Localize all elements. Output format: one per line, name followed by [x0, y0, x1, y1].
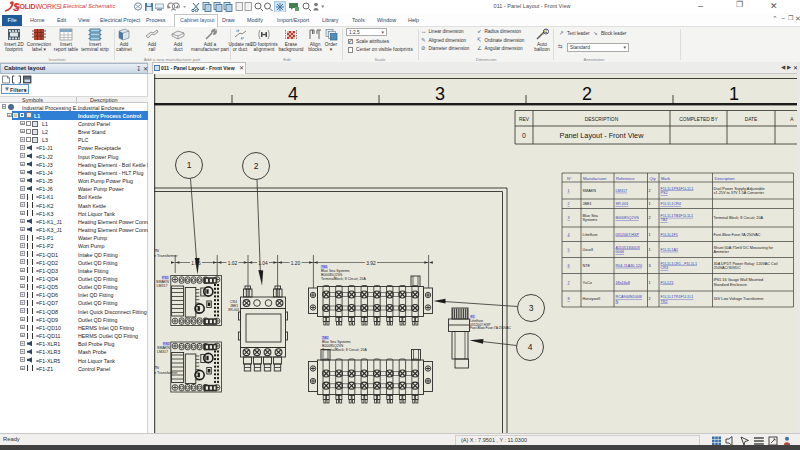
svg-text:LM317: LM317	[616, 189, 628, 193]
svg-text:250VAC/30VDC: 250VAC/30VDC	[714, 266, 741, 270]
svg-text:1: 1	[568, 189, 570, 193]
svg-text:4: 4	[568, 233, 570, 237]
svg-text:DESCRIPTION: DESCRIPTION	[585, 117, 619, 122]
svg-text:CR3: CR3	[661, 266, 669, 270]
svg-text:2: 2	[568, 202, 570, 206]
svg-text:Terminal Block; 8 Circuit; 20A: Terminal Block; 8 Circuit; 20A	[714, 216, 764, 220]
svg-text:JBE1: JBE1	[583, 202, 592, 206]
svg-text:2: 2	[649, 216, 651, 220]
svg-text:1: 1	[649, 202, 651, 206]
svg-text:0044: 0044	[616, 250, 624, 254]
svg-text:Fast-Blow Fuse;7A;250VAC: Fast-Blow Fuse;7A;250VAC	[470, 326, 511, 330]
svg-text:7N: 7N	[154, 249, 159, 253]
svg-text:TB2: TB2	[661, 218, 668, 222]
svg-text:1: 1	[649, 248, 651, 252]
svg-text:DATE: DATE	[745, 117, 758, 122]
svg-text:F1L1L1PS1F1L1L1: F1L1L1PS1F1L1L1	[661, 187, 694, 191]
svg-text:TerminalBlock; 8 Circuit; 20A: TerminalBlock; 8 Circuit; 20A	[322, 348, 367, 352]
svg-text:REV: REV	[519, 117, 530, 122]
svg-text:3: 3	[649, 264, 651, 268]
svg-text:RCA900N1008/: RCA900N1008/	[616, 295, 644, 299]
svg-text:2: 2	[649, 297, 651, 301]
svg-text:1: 1	[187, 160, 192, 170]
svg-text:Uxcell: Uxcell	[583, 248, 593, 252]
svg-text:PS2: PS2	[661, 191, 668, 195]
svg-text:Panel Layout - Front View: Panel Layout - Front View	[560, 131, 645, 140]
svg-text:4: 4	[288, 84, 298, 104]
svg-text:2: 2	[254, 161, 259, 171]
svg-text:SMAKN: SMAKN	[583, 189, 597, 193]
svg-text:IP65 16 Gauge Wall Mounted: IP65 16 Gauge Wall Mounted	[714, 278, 764, 282]
svg-text:F1L1L1TR1F1L1L1: F1L1L1TR1F1L1L1	[661, 295, 694, 299]
svg-text:Mark: Mark	[661, 176, 670, 181]
svg-text:SR-001: SR-001	[616, 202, 629, 206]
svg-text:YuCo: YuCo	[583, 281, 592, 285]
svg-text:F1L1Z1: F1L1Z1	[661, 281, 674, 285]
svg-text:A11051300UX: A11051300UX	[616, 246, 641, 250]
svg-text:TerminalBlock; 8 Circuit; 20A: TerminalBlock; 8 Circuit; 20A	[321, 277, 366, 281]
svg-text:B00085Q2VS: B00085Q2VS	[616, 216, 640, 220]
svg-text:0: 0	[522, 132, 526, 139]
svg-text:1.02: 1.02	[228, 261, 238, 266]
svg-text:8: 8	[568, 297, 570, 301]
svg-text:Systems: Systems	[583, 218, 598, 222]
svg-text:e Transformer: e Transformer	[154, 371, 178, 375]
svg-text:7N: 7N	[154, 366, 159, 370]
svg-text:2: 2	[649, 189, 651, 193]
svg-text:Manufacturer: Manufacturer	[583, 176, 607, 181]
svg-text:Reference: Reference	[616, 176, 635, 181]
svg-text:F1L1L1A1: F1L1L1A1	[661, 248, 679, 252]
svg-text:Honeywell: Honeywell	[583, 297, 601, 301]
svg-text:Description: Description	[715, 176, 735, 181]
svg-text:1.20: 1.20	[291, 261, 301, 266]
svg-text:F1L1L1CR1...F1L1L1: F1L1L1CR1...F1L1L1	[661, 262, 698, 266]
svg-text:7: 7	[568, 281, 570, 285]
svg-text:COMPLETED BY: COMPLETED BY	[679, 117, 718, 122]
svg-text:F1L1L1TB1F1L1L1: F1L1L1TB1F1L1L1	[661, 214, 694, 218]
svg-text:30A DPDT Power Relay; 120VAC C: 30A DPDT Power Relay; 120VAC Coil	[714, 262, 778, 266]
svg-text:4: 4	[528, 342, 533, 352]
svg-text:e Transformer: e Transformer	[154, 254, 178, 258]
svg-text:3.92: 3.92	[366, 261, 376, 266]
svg-text:TR2: TR2	[661, 300, 668, 304]
svg-text:F1L1L1F1: F1L1L1F1	[661, 233, 678, 237]
svg-text:N°: N°	[567, 176, 572, 181]
svg-text:NTE: NTE	[583, 264, 591, 268]
svg-text:1: 1	[649, 233, 651, 237]
svg-text:F1L1L1CR4: F1L1L1CR4	[661, 202, 681, 206]
svg-text:R04-11A30-120: R04-11A30-120	[616, 264, 643, 268]
svg-text:0312007.HXP: 0312007.HXP	[616, 233, 640, 237]
svg-text:3: 3	[435, 84, 445, 104]
svg-text:Littelfuse: Littelfuse	[583, 233, 598, 237]
svg-text:LM317: LM317	[157, 350, 168, 354]
svg-text:16V Low Voltage Transformer: 16V Low Voltage Transformer	[714, 297, 765, 301]
svg-text:±1.25V to 37V 1.5A Converter: ±1.25V to 37V 1.5A Converter	[714, 191, 765, 195]
svg-text:2: 2	[582, 84, 592, 104]
svg-text:Standard Enclosure: Standard Enclosure	[714, 283, 747, 287]
svg-text:1: 1	[729, 84, 739, 104]
svg-text:5: 5	[568, 248, 570, 252]
svg-text:3: 3	[529, 303, 534, 313]
svg-text:Dual Power Supply;Adjustable: Dual Power Supply;Adjustable	[714, 187, 765, 191]
svg-text:LM317: LM317	[157, 284, 168, 288]
svg-text:1: 1	[649, 281, 651, 285]
svg-text:Blue Sea: Blue Sea	[583, 214, 599, 218]
svg-text:N: N	[616, 300, 619, 304]
svg-text:18x16x8: 18x16x8	[616, 281, 630, 285]
svg-text:3: 3	[568, 216, 570, 220]
svg-text:SR-001: SR-001	[228, 308, 240, 312]
svg-text:Ammeter: Ammeter	[714, 250, 730, 254]
svg-text:Shunt;50A;75mV DC Measuring fo: Shunt;50A;75mV DC Measuring for	[714, 246, 774, 250]
svg-text:6: 6	[568, 264, 570, 268]
svg-text:Qty: Qty	[650, 176, 656, 181]
svg-text:Fast-Blow Fuse;7A;250VAC: Fast-Blow Fuse;7A;250VAC	[714, 233, 761, 237]
